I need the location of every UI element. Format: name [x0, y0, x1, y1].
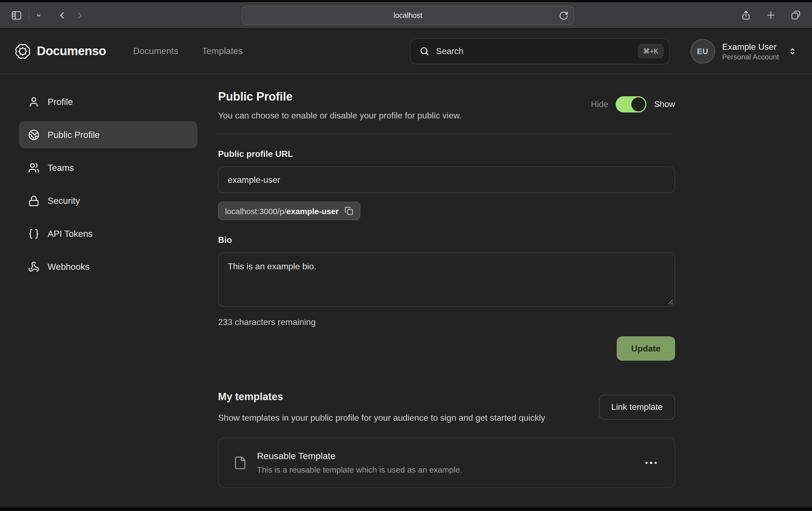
- tab-overview-button[interactable]: [788, 7, 803, 23]
- sidebar-item-label: Teams: [48, 162, 74, 173]
- lock-icon: [28, 195, 39, 206]
- share-icon: [741, 10, 751, 21]
- back-button[interactable]: [55, 8, 69, 23]
- sidebar-item-label: Security: [48, 196, 80, 206]
- sidebar-item-teams[interactable]: Teams: [19, 154, 198, 181]
- sidebar-item-label: Webhooks: [48, 262, 90, 272]
- toggle-show-label: Show: [654, 99, 675, 109]
- browser-window: localhost: [0, 0, 812, 511]
- search-shortcut-badge: ⌘+K: [638, 44, 664, 58]
- file-icon: [233, 454, 247, 472]
- browser-url-bar[interactable]: localhost: [242, 6, 574, 25]
- share-button[interactable]: [738, 7, 754, 23]
- sidebar-dropdown-button[interactable]: [33, 10, 44, 20]
- ellipsis-icon: [645, 461, 647, 464]
- toolbar-divider: [29, 9, 29, 21]
- reload-button[interactable]: [559, 11, 569, 21]
- sidebar-item-label: API Tokens: [48, 229, 92, 239]
- update-button[interactable]: Update: [617, 336, 675, 361]
- new-tab-button[interactable]: [763, 7, 779, 23]
- copy-icon: [345, 207, 353, 215]
- sidebar-item-label: Public Profile: [48, 129, 100, 140]
- template-list-item: Reusable Template This is a reusable tem…: [218, 438, 675, 488]
- sidebar-item-webhooks[interactable]: Webhooks: [19, 253, 198, 280]
- browser-toolbar: localhost: [0, 2, 812, 29]
- page-title: Public Profile: [218, 90, 462, 104]
- my-templates-title: My templates: [218, 391, 545, 403]
- chevron-left-icon: [57, 10, 67, 20]
- search-input[interactable]: Search ⌘+K: [410, 38, 670, 64]
- page-subtitle: You can choose to enable or disable your…: [218, 111, 462, 121]
- brand-logo[interactable]: Documenso: [15, 43, 106, 59]
- user-name: Example User: [722, 41, 779, 52]
- sidebar-item-api-tokens[interactable]: API Tokens: [19, 220, 198, 247]
- public-profile-settings: Public Profile You can choose to enable …: [218, 88, 675, 488]
- user-menu-button[interactable]: EU Example User Personal Account: [690, 39, 797, 63]
- visibility-toggle[interactable]: [616, 96, 646, 113]
- profile-url-label: Public profile URL: [218, 149, 675, 159]
- bio-characters-remaining: 233 characters remaining: [218, 318, 675, 327]
- braces-icon: [28, 228, 39, 239]
- visibility-toggle-group: Hide Show: [591, 96, 675, 113]
- users-icon: [28, 162, 39, 173]
- globe-icon: [28, 129, 39, 140]
- brand-name: Documenso: [37, 44, 106, 58]
- forward-button[interactable]: [72, 8, 87, 23]
- bio-label: Bio: [218, 235, 675, 245]
- user-icon: [28, 96, 39, 107]
- tabs-overview-icon: [790, 10, 801, 21]
- webhook-icon: [28, 261, 39, 272]
- chevrons-up-down-icon: [788, 47, 797, 55]
- window-top-edge: [0, 0, 812, 2]
- url-text: localhost: [394, 11, 423, 20]
- sidebar-item-public-profile[interactable]: Public Profile: [19, 121, 198, 148]
- profile-url-preview-chip[interactable]: localhost:3000/p/example-user: [218, 202, 360, 220]
- avatar: EU: [690, 39, 715, 63]
- link-template-button[interactable]: Link template: [599, 395, 675, 420]
- user-account-type: Personal Account: [722, 53, 779, 61]
- sidebar-item-profile[interactable]: Profile: [19, 88, 198, 115]
- plus-icon: [765, 10, 776, 21]
- app-header: Documenso Documents Templates Search ⌘+K…: [0, 29, 812, 74]
- toggle-knob: [631, 97, 645, 111]
- reload-icon: [559, 11, 569, 21]
- sidebar-item-security[interactable]: Security: [19, 187, 198, 214]
- chevron-right-icon: [75, 10, 85, 20]
- settings-sidebar: Profile Public Profile Teams Security: [19, 88, 198, 488]
- documenso-logo-icon: [15, 43, 30, 59]
- chevron-down-icon: [36, 12, 42, 18]
- section-divider: [218, 133, 675, 134]
- sidebar-panel-icon: [11, 9, 22, 21]
- template-more-options-button[interactable]: [642, 458, 660, 467]
- nav-documents[interactable]: Documents: [133, 46, 178, 56]
- profile-url-preview: localhost:3000/p/example-user: [225, 206, 339, 215]
- main-nav: Documents Templates: [133, 46, 243, 56]
- search-placeholder: Search: [436, 46, 463, 56]
- my-templates-description: Show templates in your public profile fo…: [218, 411, 545, 425]
- sidebar-toggle-button[interactable]: [9, 7, 24, 23]
- resize-handle-icon[interactable]: [667, 299, 673, 304]
- nav-templates[interactable]: Templates: [202, 46, 243, 56]
- settings-page: Profile Public Profile Teams Security: [0, 74, 812, 488]
- window-bottom-edge: [0, 507, 812, 511]
- sidebar-item-label: Profile: [48, 96, 73, 107]
- profile-url-input[interactable]: [218, 167, 675, 193]
- template-name: Reusable Template: [257, 451, 462, 462]
- search-icon: [419, 46, 430, 56]
- toggle-hide-label: Hide: [591, 99, 608, 109]
- bio-textarea[interactable]: This is an example bio.: [218, 252, 675, 307]
- template-description: This is a reusable template which is use…: [257, 465, 462, 475]
